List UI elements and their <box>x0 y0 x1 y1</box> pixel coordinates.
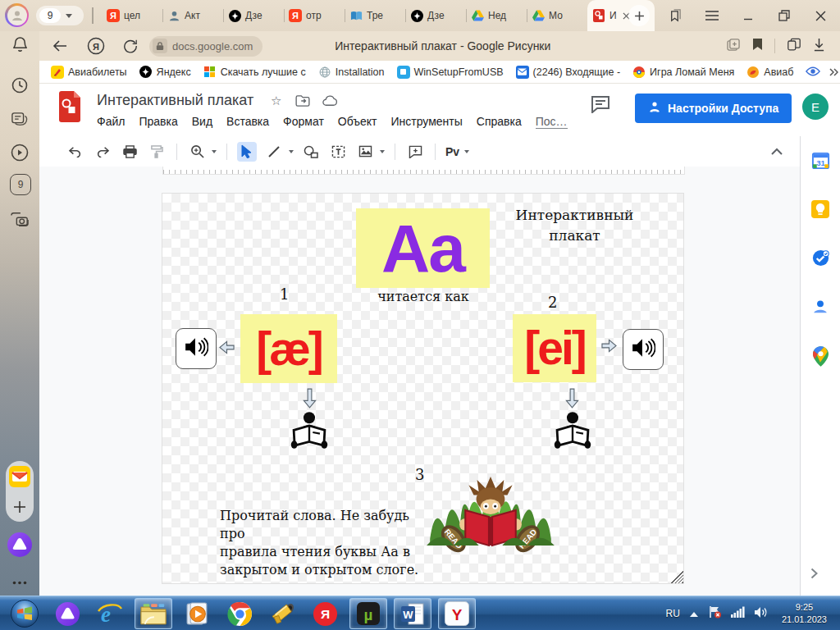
menu-Файл[interactable]: Файл <box>97 115 125 129</box>
reads-as-label[interactable]: читается как <box>349 289 497 304</box>
browser-tab[interactable]: Нед <box>466 0 527 31</box>
step-1-label[interactable]: 1 <box>280 285 289 303</box>
audio-button-ei[interactable] <box>623 329 664 370</box>
bell-icon[interactable] <box>12 36 28 56</box>
bookmark-item[interactable]: Авиабилеты <box>51 66 127 79</box>
language-indicator[interactable]: RU <box>666 608 680 619</box>
menu-Объект[interactable]: Объект <box>338 115 377 129</box>
instruction-text[interactable]: Прочитай слова. Не забудь про правила чт… <box>220 507 421 579</box>
insert-image-icon[interactable] <box>355 142 375 162</box>
keep-icon[interactable] <box>811 200 829 218</box>
back-icon[interactable] <box>48 34 72 58</box>
bookmark-item[interactable]: Скачать лучшие с <box>203 66 306 79</box>
text-style-caret[interactable] <box>464 150 469 156</box>
menu-Формат[interactable]: Формат <box>283 115 324 129</box>
audio-button-ae[interactable] <box>176 328 217 369</box>
cloud-status-icon[interactable] <box>322 95 338 110</box>
account-avatar[interactable]: E <box>802 94 829 120</box>
redo-icon[interactable] <box>93 142 112 162</box>
shape-tool-icon[interactable] <box>301 142 321 162</box>
add-comment-icon[interactable] <box>405 142 425 162</box>
minimize-button[interactable] <box>730 0 766 31</box>
history-icon[interactable] <box>7 72 33 98</box>
textbox-tool-icon[interactable] <box>328 142 348 162</box>
network-signal-icon[interactable] <box>731 606 745 621</box>
taskbar-megaphone-icon[interactable] <box>264 599 300 628</box>
menu-Правка[interactable]: Правка <box>139 115 177 129</box>
volume-icon[interactable] <box>754 606 768 622</box>
line-dropdown-caret[interactable] <box>289 150 294 156</box>
close-window-button[interactable] <box>802 0 838 31</box>
share-settings-button[interactable]: Настройки Доступа <box>635 94 792 123</box>
bookmark-icon[interactable] <box>752 38 763 54</box>
star-icon[interactable]: ☆ <box>271 94 281 108</box>
yandex-mail-icon[interactable] <box>9 466 30 491</box>
menu-Вставка[interactable]: Вставка <box>226 115 269 129</box>
clock[interactable]: 9:25 21.01.2023 <box>777 601 832 626</box>
undo-icon[interactable] <box>66 142 85 162</box>
taskbar-word-icon[interactable]: W <box>394 598 431 629</box>
bookmark-item[interactable]: WinSetupFromUSB <box>397 66 504 79</box>
add-widget-icon[interactable] <box>727 39 741 54</box>
bookmark-item[interactable]: Авиаб <box>746 66 793 79</box>
print-icon[interactable] <box>120 142 139 162</box>
canvas-resize-handle[interactable] <box>670 570 683 583</box>
image-dropdown-caret[interactable] <box>380 150 385 156</box>
bookmark-item[interactable]: Яндекс <box>139 66 191 79</box>
browser-menu-button[interactable] <box>694 0 730 31</box>
poster-title[interactable]: Интерактивный плакат <box>495 205 655 245</box>
menu-Вид[interactable]: Вид <box>192 115 212 129</box>
extensions-icon[interactable] <box>787 38 801 55</box>
zoom-icon[interactable] <box>187 142 207 162</box>
taskbar-ie-icon[interactable]: e <box>92 599 128 628</box>
yandex-home-icon[interactable]: Я <box>84 34 108 58</box>
video-play-icon[interactable] <box>7 139 33 166</box>
tray-expand-icon[interactable] <box>689 606 699 621</box>
more-options-icon[interactable] <box>7 569 33 596</box>
reading-boy-illustration[interactable]: READ READ <box>423 471 558 556</box>
browser-tab[interactable]: Мо <box>527 0 587 31</box>
maximize-button[interactable] <box>766 0 802 31</box>
bookmarks-panel-button[interactable] <box>656 0 692 31</box>
comment-icon[interactable] <box>591 95 610 116</box>
taskbar-explorer-icon[interactable] <box>135 598 172 629</box>
menu-Пос…[interactable]: Пос… <box>536 115 568 129</box>
eye-icon[interactable] <box>806 65 820 80</box>
contacts-icon[interactable] <box>811 298 829 316</box>
drawing-canvas[interactable]: Aa Интерактивный плакат читается как 1 2… <box>162 194 683 583</box>
taskbar-chrome-icon[interactable] <box>221 599 258 628</box>
tasks-icon[interactable] <box>811 249 830 267</box>
bookmark-item[interactable]: Игра Ломай Меня <box>632 66 734 79</box>
taskbar-alice-icon[interactable] <box>49 599 85 628</box>
calendar-icon[interactable]: 31 <box>811 151 830 170</box>
document-title[interactable]: Интерактивный плакат <box>97 92 253 109</box>
ipa-card-ae[interactable]: [æ] <box>240 314 337 383</box>
collapse-menus-icon[interactable] <box>771 144 783 158</box>
reading-person-icon[interactable] <box>551 410 594 454</box>
chevron-double-right-icon[interactable] <box>829 65 838 80</box>
taskbar-start-icon[interactable] <box>7 599 43 628</box>
reading-person-icon[interactable] <box>288 410 331 454</box>
ipa-card-ei[interactable]: [ei] <box>513 314 596 382</box>
feed-cards-icon[interactable] <box>7 107 33 133</box>
taskbar-wmp-icon[interactable] <box>179 599 215 628</box>
download-icon[interactable] <box>813 38 825 55</box>
bookmark-item[interactable]: (2246) Входящие - <box>516 66 621 79</box>
step-2-label[interactable]: 2 <box>548 294 557 311</box>
new-tab-button[interactable] <box>628 5 650 26</box>
text-style-tool[interactable]: Рv <box>445 145 459 158</box>
bookmark-item[interactable]: Installation <box>318 66 385 79</box>
maps-icon[interactable] <box>813 346 829 367</box>
url-field[interactable]: docs.google.com <box>149 36 262 57</box>
browser-tab[interactable]: Яцел <box>102 0 162 31</box>
action-center-flag-icon[interactable] <box>708 605 722 622</box>
browser-profile-avatar[interactable] <box>5 3 29 27</box>
menu-Инструменты[interactable]: Инструменты <box>391 115 463 129</box>
browser-tab[interactable]: Дзе <box>405 0 466 31</box>
reload-icon[interactable] <box>118 34 143 58</box>
tab-count-button[interactable]: 9 <box>10 174 31 195</box>
browser-tab[interactable]: Яотр <box>284 0 345 31</box>
taskbar-yandex-circle-icon[interactable]: Я <box>307 599 343 628</box>
browser-tab[interactable]: Тре <box>345 0 405 31</box>
line-tool-icon[interactable] <box>264 142 284 162</box>
